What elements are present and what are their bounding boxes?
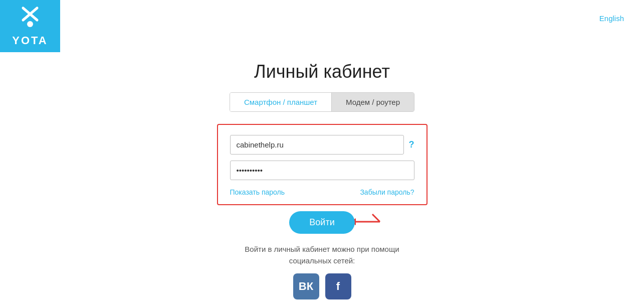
username-row: ? <box>230 135 414 155</box>
password-input[interactable] <box>230 161 414 180</box>
header: YOTA English <box>0 0 644 52</box>
login-form-box: ? Показать пароль Забыли пароль? <box>217 124 427 205</box>
svg-point-2 <box>27 21 33 27</box>
vk-button[interactable]: ВК <box>293 273 319 299</box>
show-password-link[interactable]: Показать пароль <box>230 188 285 196</box>
svg-line-5 <box>372 214 380 222</box>
tab-modem[interactable]: Модем / роутер <box>332 93 414 111</box>
page-title: Личный кабинет <box>254 61 390 82</box>
logo-text: YOTA <box>12 34 48 47</box>
main-content: Личный кабинет Смартфон / планшет Модем … <box>0 52 644 299</box>
social-section: Войти в личный кабинет можно при помощи … <box>245 244 399 299</box>
yota-icon <box>18 5 42 32</box>
facebook-button[interactable]: f <box>325 273 351 299</box>
login-button-area: Войти <box>289 211 354 234</box>
help-icon[interactable]: ? <box>409 139 414 150</box>
username-input[interactable] <box>230 135 404 155</box>
login-button[interactable]: Войти <box>289 211 354 234</box>
language-link[interactable]: English <box>599 14 624 23</box>
tab-bar: Смартфон / планшет Модем / роутер <box>230 92 414 112</box>
tab-smartphone[interactable]: Смартфон / планшет <box>230 93 332 111</box>
social-text: Войти в личный кабинет можно при помощи … <box>245 244 399 266</box>
form-actions-row: Показать пароль Забыли пароль? <box>230 188 414 196</box>
logo-block: YOTA <box>0 0 60 52</box>
social-buttons: ВК f <box>293 273 351 299</box>
forgot-password-link[interactable]: Забыли пароль? <box>360 188 414 196</box>
password-row <box>230 161 414 180</box>
